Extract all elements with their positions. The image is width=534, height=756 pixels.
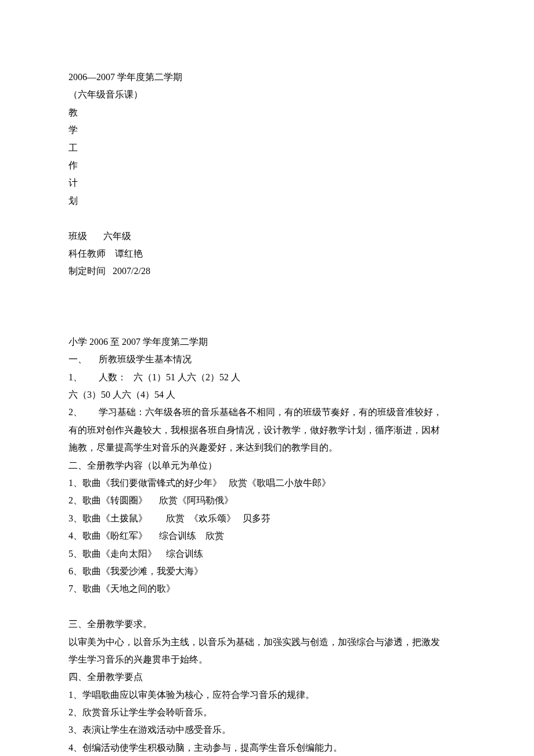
section-1-item-1b: 六（3）50 人六（4）54 人	[68, 386, 466, 404]
title-char-1: 教	[68, 104, 466, 121]
section-4-item: 4、创编活动使学生积极动脑，主动参与，提高学生音乐创编能力。	[68, 739, 466, 756]
grade-course-line: （六年级音乐课）	[68, 86, 466, 103]
section-2-item: 1、歌曲《我们要做雷锋式的好少年》 欣赏《歌唱二小放牛郎》	[68, 474, 466, 492]
blank-spacer	[68, 315, 466, 333]
section-2-item: 4、歌曲《盼红军》 综合训练 欣赏	[68, 527, 466, 545]
section-1-item-2a: 2、 学习基础：六年级各班的音乐基础各不相同，有的班级节奏好，有的班级音准较好，	[68, 404, 466, 421]
section-2-item: 2、歌曲《转圆圈》 欣赏《阿玛勒俄》	[68, 492, 466, 509]
section-1-title: 一、 所教班级学生基本情况	[68, 351, 466, 368]
section-1-item-1: 1、 人数： 六（1）51 人六（2）52 人	[68, 369, 466, 386]
section-3-p1b: 学生学习音乐的兴趣贯串于始终。	[68, 651, 466, 668]
title-char-5: 计	[68, 174, 466, 192]
blank-spacer	[68, 598, 466, 615]
title-char-2: 学	[68, 121, 466, 139]
title-char-6: 划	[68, 192, 466, 210]
section-1-item-2c: 施教，尽量提高学生对音乐的兴趣爱好，来达到我们的教学目的。	[68, 439, 466, 456]
section-2-item: 3、歌曲《土拨鼠》 欣赏 《欢乐颂》 贝多芬	[68, 510, 466, 527]
section-3-p1a: 以审美为中心，以音乐为主线，以音乐为基础，加强实践与创造，加强综合与渗透，把激发	[68, 633, 466, 651]
blank-spacer	[68, 298, 466, 315]
section-2-item: 5、歌曲《走向太阳》 综合训练	[68, 545, 466, 563]
section-2-title: 二、全册教学内容（以单元为单位）	[68, 457, 466, 474]
blank-spacer	[68, 280, 466, 298]
blank-spacer	[68, 210, 466, 227]
section-3-title: 三、全册教学要求。	[68, 615, 466, 633]
section-4-title: 四、全册教学要点	[68, 668, 466, 686]
class-line: 班级 六年级	[68, 228, 466, 245]
section-4-item: 3、表演让学生在游戏活动中感受音乐。	[68, 721, 466, 739]
title-char-3: 工	[68, 139, 466, 157]
section-1-item-2b: 有的班对创作兴趣较大，我根据各班自身情况，设计教学，做好教学计划，循序渐进，因材	[68, 422, 466, 439]
teacher-line: 科任教师 谭红艳	[68, 245, 466, 262]
section-2-item: 6、歌曲《我爱沙滩，我爱大海》	[68, 563, 466, 580]
section-4-item: 1、学唱歌曲应以审美体验为核心，应符合学习音乐的规律。	[68, 686, 466, 704]
section-2-item: 7、歌曲《天地之间的歌》	[68, 580, 466, 597]
section-4-item: 2、欣赏音乐让学生学会聆听音乐。	[68, 704, 466, 721]
semester-line: 2006—2007 学年度第二学期	[68, 69, 466, 86]
title-char-4: 作	[68, 157, 466, 174]
document-page: 2006—2007 学年度第二学期 （六年级音乐课） 教 学 工 作 计 划 班…	[0, 0, 534, 756]
date-line: 制定时间 2007/2/28	[68, 262, 466, 280]
school-semester-line: 小学 2006 至 2007 学年度第二学期	[68, 333, 466, 351]
